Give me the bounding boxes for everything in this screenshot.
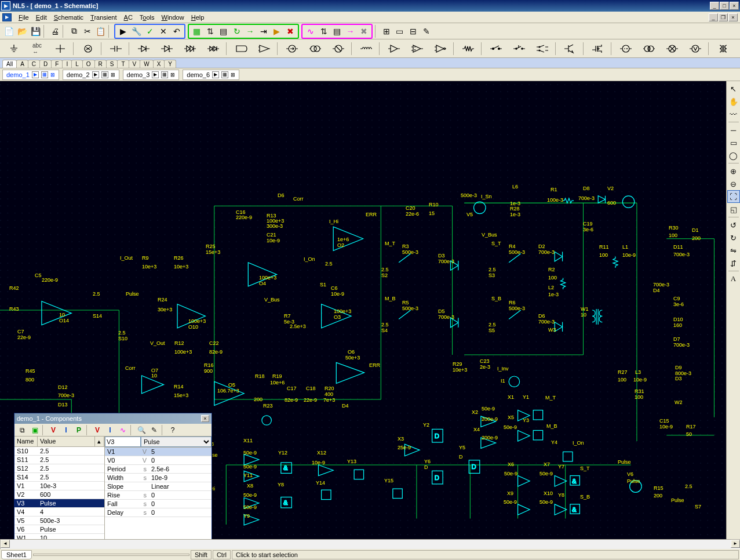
copy-button[interactable]: ⧉ [67,25,81,38]
parts-tab-x[interactable]: X [153,60,165,68]
ellipse-tool[interactable]: ◯ [727,149,740,162]
probe-button[interactable]: ✎ [420,25,433,38]
components-list[interactable]: S102.5S112.5S122.5S142.5V110e-3V2600V3Pu… [14,447,104,539]
parts-tab-v[interactable]: V [129,60,141,68]
zener-icon[interactable] [155,41,178,56]
menu-file[interactable]: File [15,13,32,22]
view-button[interactable]: ⊞ [380,25,393,38]
param-row[interactable]: SlopeLinear [105,482,212,491]
menu-tools[interactable]: Tools [136,13,158,22]
new-button[interactable]: 📄 [2,25,16,38]
comp-i2-button[interactable]: I [104,424,116,436]
comp-p-button[interactable]: P [72,424,85,436]
comp-v-button[interactable]: V [47,424,60,436]
horizontal-scrollbar[interactable]: ◄ ► [0,540,740,549]
comp-select-button[interactable]: ▣ [28,424,41,436]
col-value-header[interactable]: Value [38,437,95,446]
text-tool[interactable]: A [727,272,740,285]
comp-ac-button[interactable]: ∿ [116,424,129,436]
print-button[interactable]: 🖨 [48,25,61,38]
diode4-icon[interactable] [202,41,225,56]
schematic-canvas[interactable]: & & D D D & & [0,81,726,539]
opamp2-icon[interactable] [406,41,429,56]
comp-help-button[interactable]: ? [166,424,179,436]
maximize-button[interactable]: □ [720,2,729,10]
scroll-left-button[interactable]: ◄ [1,540,10,548]
check-button[interactable]: ✓ [143,25,156,38]
component-row[interactable]: V3Pulse [14,499,104,508]
doc-tab-close[interactable]: ⊠ [170,72,175,78]
menu-transient[interactable]: Transient [87,13,120,22]
cut-button[interactable]: ✂ [81,25,94,38]
resistor-icon[interactable] [457,41,480,56]
menu-schematic[interactable]: Schematic [50,13,87,22]
transient-icon[interactable]: ▦ [101,71,108,78]
func-icon[interactable] [229,41,253,56]
ac-tools-button[interactable]: ▤ [330,25,344,38]
component-row[interactable]: V6Pulse [14,525,104,534]
stop-button[interactable]: ✖ [283,25,297,38]
param-row[interactable]: V1V5 [105,448,212,456]
doc-tab-demo3[interactable]: demo_3 ▶ ▦ ⊠ [123,70,180,80]
component-row[interactable]: S122.5 [14,464,104,473]
components-close-button[interactable]: × [201,415,209,422]
scroll-right-button[interactable]: ► [731,540,740,548]
component-row[interactable]: W110 [14,534,104,539]
transient-icon[interactable]: ▦ [161,71,168,78]
step-button[interactable]: ⇥ [257,25,270,38]
param-row[interactable]: V0V0 [105,456,212,465]
zoom-area-tool[interactable]: ◱ [727,203,740,216]
parts-tab-i[interactable]: I [62,60,72,68]
trans-log-button[interactable]: ↻ [230,25,243,38]
ac-run-button[interactable]: ∿ [304,25,317,38]
comp-list-button[interactable]: ⧉ [16,424,28,436]
diode3-icon[interactable] [178,41,202,56]
line-tool[interactable]: ─ [727,123,740,136]
label-icon[interactable]: abc↔ [25,41,49,56]
parts-tab-r[interactable]: R [94,60,107,68]
component-row[interactable]: V44 [14,508,104,517]
parts-tab-y[interactable]: Y [164,60,176,68]
menu-help[interactable]: Help [188,13,208,22]
doc-tab-demo6[interactable]: demo_6 ▶ ▦ ⊠ [183,70,239,80]
parts-tab-c[interactable]: C [28,60,40,68]
open-button[interactable]: 📂 [16,25,29,38]
parts-tab-l[interactable]: L [71,60,83,68]
comp-edit-button[interactable]: ✎ [148,424,161,436]
doc-tab-demo2[interactable]: demo_2 ▶ ▦ ⊠ [63,70,119,80]
ground-icon[interactable] [2,41,25,56]
comp-i-button[interactable]: I [60,424,72,436]
amp-icon[interactable] [76,41,100,56]
transient-icon[interactable]: ▦ [221,71,228,78]
param-row[interactable]: Falls0 [105,500,212,508]
pan-tool[interactable]: ✋ [727,95,740,108]
zoom-out-tool[interactable]: ⊖ [727,177,740,190]
switch-icon[interactable] [484,41,508,56]
parts-tab-o[interactable]: O [82,60,95,68]
component-params-list[interactable]: V1V5V0V0Periods2.5e-6Widths10e-9SlopeLin… [105,448,212,539]
comp-v2-button[interactable]: V [91,424,104,436]
selected-component-name[interactable] [105,437,141,447]
flip-v-tool[interactable]: ⇵ [727,257,740,270]
vsource3-icon[interactable] [661,41,684,56]
doc-tab-close[interactable]: ⊠ [231,72,235,78]
rotate-right-tool[interactable]: ↻ [727,231,740,244]
tools-button[interactable]: 🔧 [130,25,143,38]
zoom-in-tool[interactable]: ⊕ [727,165,740,177]
param-row[interactable]: Delays0 [105,508,212,517]
legend-button[interactable]: ⊟ [406,25,420,38]
label-button[interactable]: ▭ [393,25,406,38]
mdi-close-button[interactable]: × [728,13,738,21]
opamp-icon[interactable] [253,41,276,56]
switch2-icon[interactable] [508,41,531,56]
paste-button[interactable]: 📋 [94,25,107,38]
doc-tab-close[interactable]: ⊠ [111,72,115,78]
trans-tools-button[interactable]: ▤ [217,25,230,38]
component-row[interactable]: V2600 [14,490,104,499]
trans-data-button[interactable]: ⇅ [203,25,217,38]
save-button[interactable]: 💾 [29,25,42,38]
vsource2-icon[interactable] [637,41,661,56]
node-icon[interactable] [49,41,72,56]
mdi-restore-button[interactable]: ❐ [719,13,728,21]
param-row[interactable]: Widths10e-9 [105,474,212,482]
